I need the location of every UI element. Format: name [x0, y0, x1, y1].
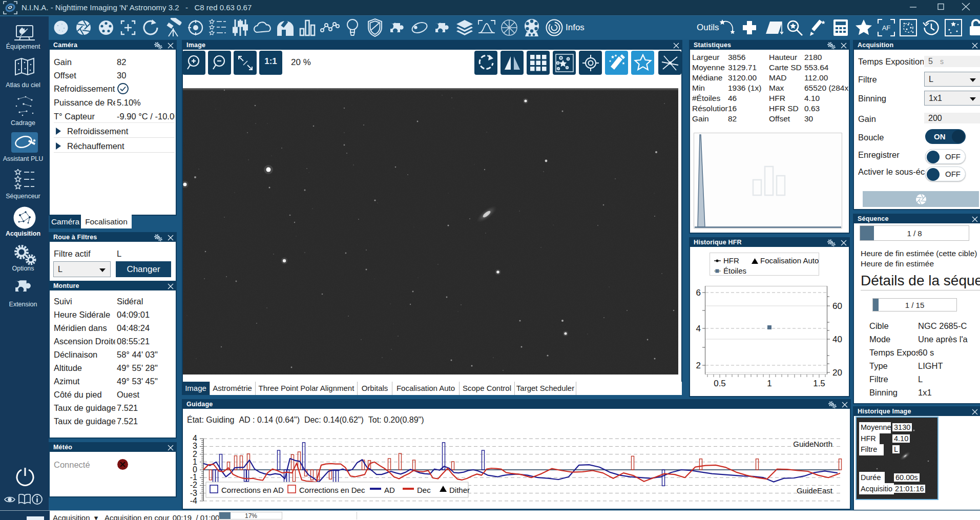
svg-text:20: 20 [832, 368, 842, 378]
svg-text:-1: -1 [190, 473, 197, 482]
svg-text:Étoiles: Étoiles [723, 266, 746, 275]
svg-text:4: 4 [696, 324, 701, 334]
svg-text:-3: -3 [190, 489, 197, 497]
svg-text:1: 1 [193, 457, 197, 466]
svg-text:1: 1 [767, 379, 772, 388]
svg-text:HFR: HFR [723, 256, 739, 265]
svg-text:GuideEast: GuideEast [797, 486, 833, 495]
svg-text:Corrections en Dec: Corrections en Dec [299, 486, 365, 494]
svg-text:3: 3 [193, 442, 197, 450]
svg-text:AD: AD [384, 486, 395, 494]
svg-text:Dec: Dec [417, 486, 431, 494]
svg-text:6: 6 [696, 288, 701, 298]
svg-text:1.5: 1.5 [813, 379, 825, 388]
svg-text:0: 0 [193, 465, 197, 474]
svg-text:AF: AF [882, 24, 891, 32]
svg-text:2: 2 [696, 361, 701, 370]
svg-text:40: 40 [832, 335, 842, 344]
svg-text:Dither: Dither [449, 486, 470, 494]
svg-text:0.5: 0.5 [714, 379, 726, 388]
svg-text:-4: -4 [190, 496, 197, 505]
svg-text:Focalisation Auto: Focalisation Auto [760, 256, 819, 265]
svg-text:60: 60 [832, 301, 842, 311]
svg-text:4: 4 [193, 434, 197, 443]
svg-text:-2: -2 [190, 481, 197, 489]
svg-text:GuideNorth: GuideNorth [793, 440, 832, 448]
svg-text:2: 2 [193, 450, 197, 459]
svg-text:Corrections en AD: Corrections en AD [221, 486, 284, 494]
